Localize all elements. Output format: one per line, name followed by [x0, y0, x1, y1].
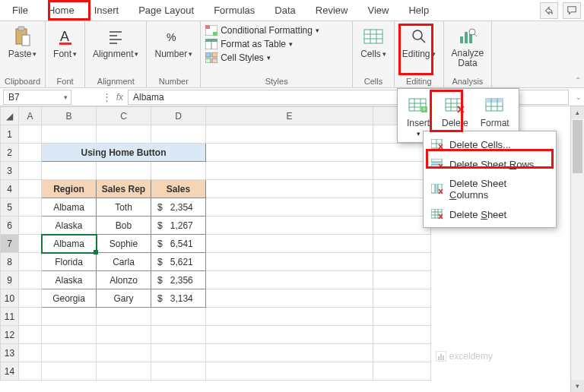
fat-icon: [205, 39, 217, 49]
delete-cols-icon: [431, 183, 443, 195]
insert-icon: +: [408, 95, 429, 116]
analyze-data-button[interactable]: AnalyzeData: [449, 24, 487, 70]
row-header[interactable]: 4: [1, 180, 19, 198]
group-font: A Font▾ Font: [46, 21, 85, 87]
delete-sheet-rows-item[interactable]: Delete Sheet Rows: [424, 154, 556, 174]
scroll-down-icon[interactable]: ▾: [571, 380, 584, 392]
delete-sheet-icon: [431, 208, 443, 220]
table-row: 5 Albama Toth $ 2,354: [1, 198, 431, 217]
svg-line-26: [421, 38, 425, 43]
format-as-table-button[interactable]: Format as Table▾: [205, 38, 293, 50]
clipboard-label: Clipboard: [5, 77, 40, 86]
alignment-button[interactable]: Alignment▾: [90, 24, 141, 61]
alignment-icon: [105, 26, 126, 47]
vertical-scrollbar[interactable]: ▴ ▾: [570, 106, 584, 392]
svg-rect-63: [435, 184, 438, 193]
svg-rect-20: [364, 30, 382, 43]
paste-button[interactable]: Paste▾: [5, 24, 40, 61]
font-icon: A: [55, 26, 76, 47]
ribbon-tabs: File Home Insert Page Layout Formulas Da…: [0, 0, 584, 21]
cs-icon: [205, 52, 217, 63]
chart-icon: [457, 26, 478, 47]
delete-submenu: Delete Cells... Delete Sheet Rows Delete…: [423, 131, 557, 228]
share-button[interactable]: [540, 2, 558, 19]
svg-rect-2: [22, 35, 30, 46]
table-row: 8 Florida Carla $ 5,621: [1, 253, 431, 271]
svg-rect-19: [212, 58, 217, 63]
editing-button[interactable]: Editing▾: [399, 24, 439, 61]
scroll-up-icon[interactable]: ▴: [571, 106, 584, 119]
row-header[interactable]: 1: [1, 125, 19, 144]
cf-icon: [205, 25, 217, 36]
table-header[interactable]: Sales Rep: [97, 180, 151, 198]
svg-text:%: %: [167, 31, 176, 43]
scroll-thumb[interactable]: [573, 120, 582, 173]
group-styles: Conditional Formatting▾ Format as Table▾…: [201, 21, 353, 87]
table-header[interactable]: Region: [42, 180, 97, 198]
tab-help[interactable]: Help: [399, 2, 438, 19]
svg-rect-16: [205, 52, 211, 57]
tab-formulas[interactable]: Formulas: [205, 2, 264, 19]
watermark-icon: [436, 351, 446, 362]
ribbon-body: Paste▾ Clipboard A Font▾ Font Alignment▾…: [0, 21, 584, 88]
conditional-formatting-button[interactable]: Conditional Formatting▾: [205, 24, 319, 36]
svg-point-30: [469, 29, 475, 35]
col-header-d[interactable]: D: [151, 107, 206, 125]
table-row: 9 Alaska Alonzo $ 2,356: [1, 271, 431, 289]
delete-sheet-item[interactable]: Delete Sheet: [424, 204, 556, 224]
svg-rect-29: [469, 34, 472, 43]
col-header-c[interactable]: C: [97, 107, 151, 125]
svg-rect-4: [59, 43, 71, 45]
svg-rect-76: [438, 356, 440, 360]
select-all-corner[interactable]: ◢: [1, 107, 19, 125]
svg-rect-47: [486, 99, 503, 103]
paste-icon: [12, 26, 33, 47]
tab-review[interactable]: Review: [306, 2, 357, 19]
selected-cell[interactable]: Albama: [42, 235, 97, 253]
format-icon: [484, 95, 506, 116]
svg-rect-78: [443, 356, 444, 360]
formula-expand-icon[interactable]: ⌄: [573, 93, 584, 101]
fx-icon[interactable]: fx: [116, 92, 123, 103]
col-header-b[interactable]: B: [42, 107, 97, 125]
cells-icon: [363, 26, 384, 47]
row-header[interactable]: 2: [1, 144, 19, 162]
delete-cells-icon: [431, 138, 443, 150]
name-box[interactable]: B7: [3, 90, 71, 105]
analyze-label: AnalyzeData: [452, 49, 484, 68]
watermark: exceldemy: [436, 351, 493, 362]
delete-sheet-columns-item[interactable]: Delete Sheet Columns: [424, 174, 556, 204]
font-button[interactable]: A Font▾: [50, 24, 80, 61]
svg-rect-28: [465, 32, 468, 43]
svg-rect-17: [212, 52, 217, 57]
table-row: 7 Albama Sophie $ 6,541: [1, 235, 431, 253]
ribbon-collapse-icon[interactable]: ⌃: [575, 76, 581, 84]
table-header[interactable]: Sales: [151, 180, 206, 198]
cells-button[interactable]: Cells▾: [357, 24, 389, 61]
tab-insert[interactable]: Insert: [85, 2, 129, 19]
svg-rect-12: [213, 32, 217, 36]
svg-text:+: +: [422, 106, 426, 113]
title-cell[interactable]: Using Home Button: [42, 144, 206, 162]
table-row: 10 Georgia Gary $ 3,134: [1, 289, 431, 308]
col-header-a[interactable]: A: [19, 107, 42, 125]
row-header[interactable]: 3: [1, 162, 19, 180]
group-editing: Editing▾ Editing: [395, 21, 444, 87]
col-header-e[interactable]: E: [206, 107, 373, 125]
svg-rect-1: [18, 27, 24, 30]
search-icon: [408, 26, 430, 47]
cell-styles-button[interactable]: Cell Styles▾: [205, 52, 271, 64]
tab-file[interactable]: File: [3, 2, 37, 19]
group-clipboard: Paste▾ Clipboard: [0, 21, 46, 87]
number-icon: %: [163, 26, 184, 47]
delete-cells-item[interactable]: Delete Cells...: [424, 134, 556, 154]
table-row: 6 Alaska Bob $ 1,267: [1, 217, 431, 235]
number-button[interactable]: % Number▾: [151, 24, 195, 61]
tab-data[interactable]: Data: [265, 2, 304, 19]
tab-view[interactable]: View: [358, 2, 398, 19]
group-number: % Number▾ Number: [147, 21, 201, 87]
grid-table[interactable]: ◢ A B C D E F 1 2 Using Home Button 3 4 …: [0, 106, 431, 381]
tab-page-layout[interactable]: Page Layout: [129, 2, 203, 19]
tab-home[interactable]: Home: [39, 2, 84, 19]
comments-button[interactable]: [563, 2, 581, 19]
